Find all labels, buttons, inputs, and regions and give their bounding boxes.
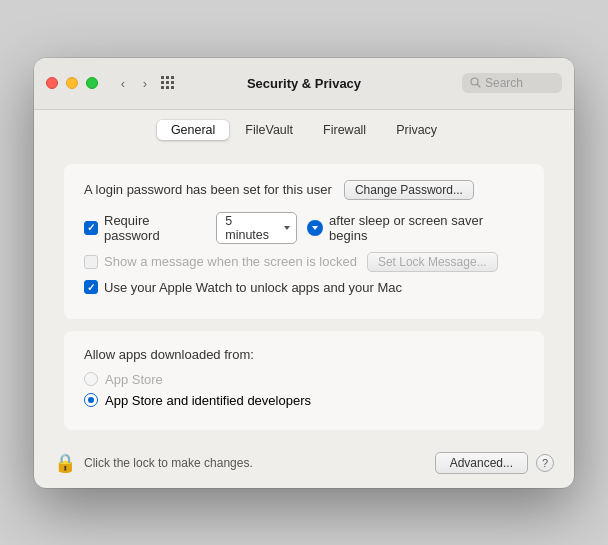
advanced-button[interactable]: Advanced...: [435, 452, 528, 474]
require-password-label-after: after sleep or screen saver begins: [329, 213, 524, 243]
downloads-label: Allow apps downloaded from:: [84, 347, 524, 362]
nav-buttons: ‹ ›: [114, 74, 154, 92]
grid-button[interactable]: [160, 75, 176, 91]
svg-line-10: [478, 84, 481, 87]
svg-rect-5: [171, 81, 174, 84]
app-store-dev-radio-row: App Store and identified developers: [84, 393, 524, 408]
app-store-label: App Store: [105, 372, 163, 387]
set-lock-message-button: Set Lock Message...: [367, 252, 498, 272]
svg-rect-1: [166, 76, 169, 79]
main-window: ‹ › Security & Privacy: [34, 58, 574, 488]
tab-privacy[interactable]: Privacy: [382, 120, 451, 140]
maximize-button[interactable]: [86, 77, 98, 89]
lock-message-checkbox[interactable]: [84, 255, 98, 269]
svg-rect-2: [171, 76, 174, 79]
tab-general[interactable]: General: [157, 120, 229, 140]
footer: 🔒 Click the lock to make changes. Advanc…: [34, 442, 574, 488]
lock-icon[interactable]: 🔒: [54, 452, 76, 474]
traffic-lights: [46, 77, 98, 89]
password-time-dropdown[interactable]: 5 minutes: [216, 212, 297, 244]
login-section: A login password has been set for this u…: [64, 164, 544, 319]
lock-text: Click the lock to make changes.: [84, 456, 427, 470]
svg-rect-0: [161, 76, 164, 79]
content-area: A login password has been set for this u…: [34, 148, 574, 442]
tab-filevault[interactable]: FileVault: [231, 120, 307, 140]
svg-rect-3: [161, 81, 164, 84]
apple-watch-label: Use your Apple Watch to unlock apps and …: [104, 280, 402, 295]
downloads-section: Allow apps downloaded from: App Store Ap…: [64, 331, 544, 430]
lock-message-label: Show a message when the screen is locked: [104, 254, 357, 269]
back-button[interactable]: ‹: [114, 74, 132, 92]
svg-rect-7: [166, 86, 169, 89]
svg-rect-4: [166, 81, 169, 84]
window-title: Security & Privacy: [247, 76, 361, 91]
apple-watch-row: Use your Apple Watch to unlock apps and …: [84, 280, 524, 295]
help-button[interactable]: ?: [536, 454, 554, 472]
app-store-dev-label: App Store and identified developers: [105, 393, 311, 408]
dropdown-blue-arrow[interactable]: [307, 220, 323, 236]
minimize-button[interactable]: [66, 77, 78, 89]
login-password-row: A login password has been set for this u…: [84, 180, 524, 200]
login-password-text: A login password has been set for this u…: [84, 182, 332, 197]
dropdown-arrow-icon: [284, 226, 290, 230]
search-box[interactable]: Search: [462, 73, 562, 93]
svg-rect-8: [171, 86, 174, 89]
require-password-checkbox[interactable]: [84, 221, 98, 235]
svg-rect-6: [161, 86, 164, 89]
search-placeholder: Search: [485, 76, 523, 90]
require-password-label-before: Require password: [104, 213, 208, 243]
require-password-row: Require password 5 minutes after sleep o…: [84, 212, 524, 244]
change-password-button[interactable]: Change Password...: [344, 180, 474, 200]
search-icon: [470, 77, 481, 90]
apple-watch-checkbox[interactable]: [84, 280, 98, 294]
close-button[interactable]: [46, 77, 58, 89]
tab-firewall[interactable]: Firewall: [309, 120, 380, 140]
password-time-value: 5 minutes: [225, 214, 279, 242]
lock-message-row: Show a message when the screen is locked…: [84, 252, 524, 272]
titlebar: ‹ › Security & Privacy: [34, 58, 574, 110]
svg-point-9: [471, 78, 478, 85]
app-store-dev-radio[interactable]: [84, 393, 98, 407]
app-store-radio-row: App Store: [84, 372, 524, 387]
tabs-bar: General FileVault Firewall Privacy: [34, 110, 574, 148]
app-store-radio[interactable]: [84, 372, 98, 386]
forward-button[interactable]: ›: [136, 74, 154, 92]
